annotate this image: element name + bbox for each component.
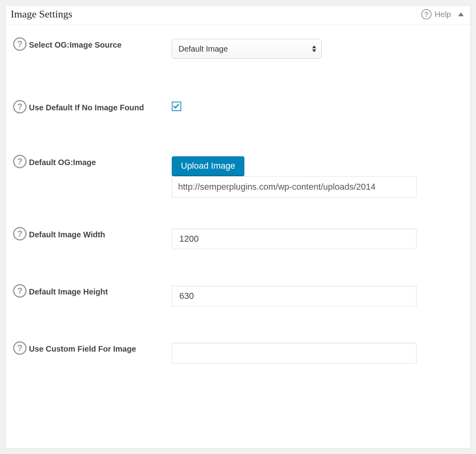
collapse-icon [458, 12, 464, 16]
checkmark-icon [173, 102, 180, 109]
row-default-image-height: ? Default Image Height [13, 286, 463, 306]
panel-title: Image Settings [11, 8, 72, 20]
label-default-image-width: Default Image Width [29, 229, 105, 240]
og-image-source-value: Default Image [178, 44, 228, 54]
og-image-source-select[interactable]: Default Image [172, 39, 322, 59]
tooltip-icon[interactable]: ? [13, 284, 27, 298]
tooltip-icon[interactable]: ? [13, 155, 27, 168]
label-default-image-height: Default Image Height [29, 286, 108, 297]
upload-image-button[interactable]: Upload Image [172, 156, 244, 176]
default-image-height-input[interactable] [172, 286, 416, 306]
label-use-default-if-none: Use Default If No Image Found [29, 102, 144, 113]
row-default-og-image: ? Default OG:Image Upload Image http://s… [13, 156, 463, 198]
panel-header: Image Settings ? Help [6, 6, 470, 25]
select-arrows-icon [312, 46, 316, 52]
use-default-checkbox[interactable] [172, 102, 181, 111]
row-custom-field-image: ? Use Custom Field For Image [13, 343, 463, 364]
label-select-og-image-source: Select OG:Image Source [29, 39, 121, 50]
tooltip-icon[interactable]: ? [13, 341, 27, 355]
label-default-og-image: Default OG:Image [29, 156, 96, 168]
default-og-image-url[interactable]: http://semperplugins.com/wp-content/uplo… [172, 176, 416, 198]
tooltip-icon[interactable]: ? [13, 37, 27, 51]
row-use-default-if-none: ? Use Default If No Image Found [13, 102, 463, 114]
help-toggle[interactable]: ? Help [421, 9, 464, 19]
tooltip-icon[interactable]: ? [13, 100, 27, 114]
row-default-image-width: ? Default Image Width [13, 229, 463, 249]
label-custom-field-image: Use Custom Field For Image [29, 343, 136, 354]
help-icon: ? [421, 9, 432, 19]
help-label: Help [435, 10, 451, 19]
default-image-width-input[interactable] [172, 229, 416, 249]
custom-field-input[interactable] [172, 343, 416, 364]
tooltip-icon[interactable]: ? [13, 227, 27, 240]
image-settings-panel: Image Settings ? Help ? Select OG:Image … [6, 6, 470, 448]
settings-rows: ? Select OG:Image Source Default Image ? [6, 25, 470, 395]
row-select-og-image-source: ? Select OG:Image Source Default Image [13, 39, 463, 59]
